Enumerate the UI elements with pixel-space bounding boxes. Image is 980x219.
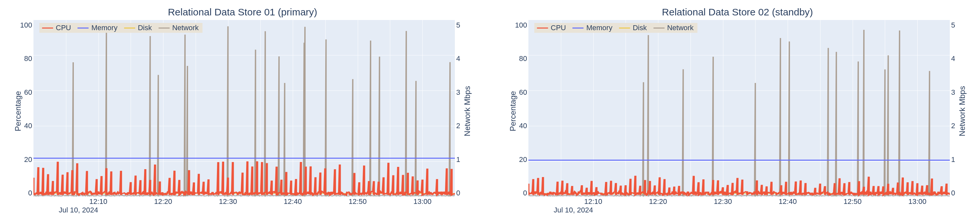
y-tick-left: 0 xyxy=(28,189,32,197)
legend-label: Disk xyxy=(633,24,647,32)
x-tick: 12:40 xyxy=(779,197,797,206)
legend-swatch-icon xyxy=(159,27,170,29)
chart-panel-1: Percentage Network Mbps Relational Data … xyxy=(508,6,967,216)
y-tick-right: 3 xyxy=(456,88,460,97)
y-tick-left: 60 xyxy=(519,88,527,97)
legend-item-memory[interactable]: Memory xyxy=(570,23,616,33)
x-tick: 12:20 xyxy=(649,197,667,206)
series-cpu xyxy=(528,20,950,197)
y-tick-right: 1 xyxy=(456,156,460,164)
legend-item-network[interactable]: Network xyxy=(651,23,698,33)
y-tick-left: 80 xyxy=(519,54,527,63)
y-tick-left: 40 xyxy=(519,122,527,130)
plot-column: CPUMemoryDiskNetwork Jul 10, 2024 12:101… xyxy=(33,20,455,216)
x-tick: 12:20 xyxy=(154,197,172,206)
chart-title: Relational Data Store 02 (standby) xyxy=(508,6,967,18)
legend-swatch-icon xyxy=(619,27,630,29)
legend-swatch-icon xyxy=(78,27,89,29)
legend-item-disk[interactable]: Disk xyxy=(616,23,651,33)
y-axis-right: 543210 xyxy=(950,20,967,216)
y-tick-left: 40 xyxy=(24,122,32,130)
x-tick: 12:40 xyxy=(284,197,302,206)
x-axis: Jul 10, 2024 12:1012:2012:3012:4012:5013… xyxy=(33,197,455,216)
x-tick: 13:00 xyxy=(908,197,926,206)
x-tick: 12:30 xyxy=(714,197,732,206)
legend-label: Disk xyxy=(138,24,152,32)
dashboard: Percentage Network Mbps Relational Data … xyxy=(0,0,980,219)
legend: CPUMemoryDiskNetwork xyxy=(534,23,697,33)
y-tick-right: 0 xyxy=(951,189,955,197)
legend-label: CPU xyxy=(56,24,71,32)
y-tick-left: 80 xyxy=(24,54,32,63)
x-tick: 12:50 xyxy=(348,197,367,206)
x-axis-date: Jul 10, 2024 xyxy=(59,206,98,214)
y-axis-right: 543210 xyxy=(455,20,472,216)
y-tick-right: 3 xyxy=(951,88,955,97)
y-tick-right: 0 xyxy=(456,189,460,197)
legend-swatch-icon xyxy=(654,27,665,29)
y-tick-left: 20 xyxy=(519,156,527,164)
plot-area[interactable]: CPUMemoryDiskNetwork xyxy=(528,20,950,197)
y-axis-left: 100806040200 xyxy=(508,20,528,216)
x-tick: 12:30 xyxy=(219,197,237,206)
x-axis: Jul 10, 2024 12:1012:2012:3012:4012:5013… xyxy=(528,197,950,216)
legend-label: Network xyxy=(667,24,694,32)
y-tick-left: 60 xyxy=(24,88,32,97)
y-tick-right: 2 xyxy=(456,122,460,130)
y-axis-left: 100806040200 xyxy=(13,20,33,216)
legend-item-network[interactable]: Network xyxy=(156,23,203,33)
legend-swatch-icon xyxy=(124,27,135,29)
plot-wrap: 100806040200 CPUMemoryDiskNetwork Jul 10… xyxy=(13,20,472,216)
y-tick-left: 100 xyxy=(515,21,527,30)
legend-label: Memory xyxy=(91,24,117,32)
legend: CPUMemoryDiskNetwork xyxy=(40,23,202,33)
x-tick: 12:50 xyxy=(843,197,862,206)
y-tick-left: 0 xyxy=(523,189,527,197)
x-tick: 12:10 xyxy=(89,197,107,206)
plot-column: CPUMemoryDiskNetwork Jul 10, 2024 12:101… xyxy=(528,20,950,216)
legend-item-cpu[interactable]: CPU xyxy=(40,23,75,33)
y-tick-right: 1 xyxy=(951,156,955,164)
y-tick-right: 5 xyxy=(951,21,955,30)
y-tick-right: 4 xyxy=(456,54,460,63)
y-tick-left: 20 xyxy=(24,156,32,164)
legend-item-cpu[interactable]: CPU xyxy=(534,23,570,33)
series-cpu xyxy=(33,20,455,197)
x-tick: 13:00 xyxy=(414,197,431,206)
legend-swatch-icon xyxy=(537,27,548,29)
chart-panel-0: Percentage Network Mbps Relational Data … xyxy=(13,6,472,216)
legend-swatch-icon xyxy=(42,27,53,29)
plot-wrap: 100806040200 CPUMemoryDiskNetwork Jul 10… xyxy=(508,20,967,216)
y-tick-right: 5 xyxy=(456,21,460,30)
legend-item-memory[interactable]: Memory xyxy=(75,23,121,33)
x-axis-date: Jul 10, 2024 xyxy=(554,206,593,214)
legend-label: Network xyxy=(172,24,199,32)
legend-swatch-icon xyxy=(573,27,584,29)
y-tick-right: 4 xyxy=(951,54,955,63)
plot-area[interactable]: CPUMemoryDiskNetwork xyxy=(33,20,455,197)
legend-label: Memory xyxy=(586,24,612,32)
legend-item-disk[interactable]: Disk xyxy=(121,23,156,33)
y-tick-left: 100 xyxy=(20,21,32,30)
legend-label: CPU xyxy=(551,24,566,32)
y-tick-right: 2 xyxy=(951,122,955,130)
x-tick: 12:10 xyxy=(584,197,602,206)
chart-title: Relational Data Store 01 (primary) xyxy=(13,6,472,18)
